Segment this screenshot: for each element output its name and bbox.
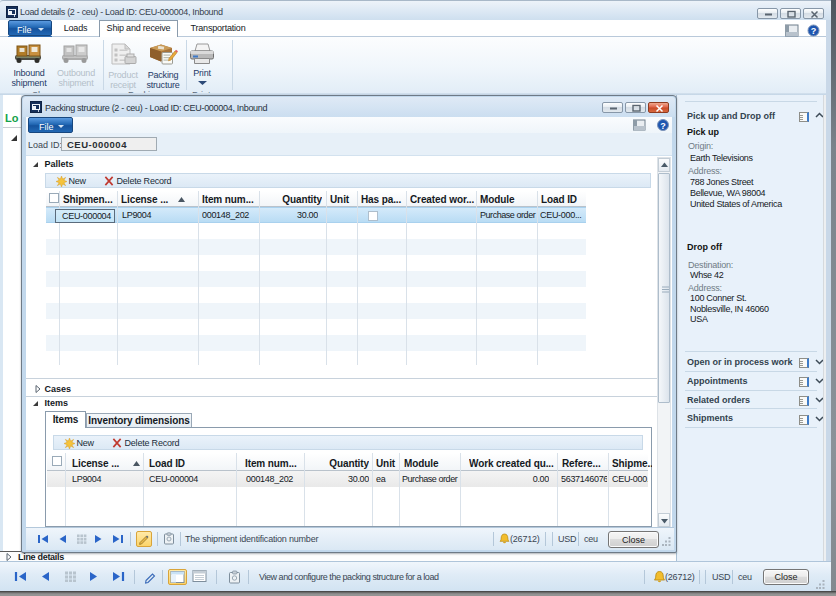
svg-text:?: ? (660, 121, 666, 131)
svg-text:?: ? (811, 26, 817, 36)
